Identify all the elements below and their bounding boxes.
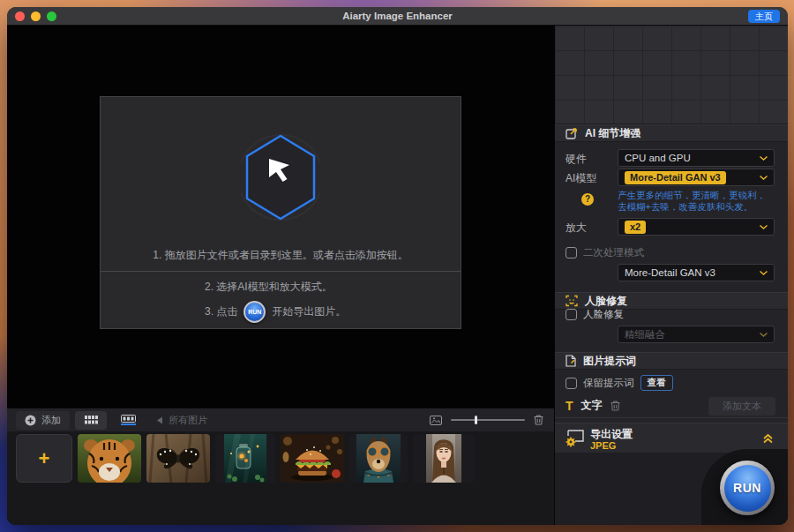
secondary-mode-checkbox[interactable]: 二次处理模式 — [566, 246, 644, 259]
add-button-label: 添加 — [41, 414, 61, 427]
checkbox-icon — [566, 309, 577, 320]
export-settings-row[interactable]: 导出设置 JPEG — [555, 423, 788, 453]
scale-value: x2 — [625, 221, 646, 234]
back-arrow-icon — [156, 416, 163, 424]
model-description-line2: 去模糊+去噪，改善皮肤和头发。 — [618, 201, 753, 213]
scale-label: 放大 — [566, 221, 587, 236]
thumbnail-size-icon — [430, 416, 442, 425]
section-title: 人脸修复 — [585, 294, 627, 309]
chevron-down-icon — [760, 333, 768, 337]
keep-prompt-label: 保留提示词 — [583, 377, 634, 390]
run-button[interactable]: RUN — [720, 461, 775, 515]
face-blend-value: 精细融合 — [625, 328, 665, 341]
run-button-face: RUN — [724, 465, 771, 512]
checkbox-icon — [566, 247, 577, 259]
window-title: Aiarty Image Enhancer — [7, 11, 788, 21]
settings-panel: AI 细节增强 硬件 CPU and GPU AI模型 More-Detail … — [554, 26, 788, 525]
ai-model-select[interactable]: More-Detail GAN v3 — [618, 169, 775, 186]
checkbox-icon — [566, 378, 577, 389]
ai-model-value: More-Detail GAN v3 — [625, 171, 726, 184]
chevron-down-icon — [760, 156, 768, 161]
face-restore-checkbox[interactable]: 人脸修复 — [566, 308, 624, 321]
thumbnail-steampunk-dog[interactable] — [349, 434, 408, 483]
step3-suffix: 开始导出图片。 — [272, 304, 346, 319]
section-ai-detail: AI 细节增强 — [555, 124, 788, 142]
plus-circle-icon — [25, 415, 36, 426]
view-prompt-button[interactable]: 查看 — [640, 375, 673, 391]
drop-zone-top: 1. 拖放图片文件或者目录到这里。或者点击添加按钮。 — [101, 97, 461, 272]
prompt-file-icon — [566, 355, 576, 367]
all-images-label: 所有图片 — [169, 414, 207, 427]
scale-select[interactable]: x2 — [618, 218, 775, 236]
thumbnail-butterfly[interactable] — [146, 434, 210, 483]
face-restore-label: 人脸修复 — [583, 308, 624, 321]
hardware-value: CPU and GPU — [625, 153, 691, 163]
face-blend-select[interactable]: 精细融合 — [618, 326, 775, 343]
add-image-tile[interactable]: + — [16, 434, 72, 483]
help-icon[interactable]: ? — [581, 193, 594, 206]
text-overlay-row: T 文字 — [566, 398, 620, 413]
chevron-down-icon — [760, 176, 768, 180]
bottom-toolbar: 添加 — [7, 408, 554, 431]
secondary-model-value: More-Detail GAN v3 — [625, 267, 715, 278]
panel-footer: RUN — [555, 453, 788, 525]
slider-knob[interactable] — [475, 416, 477, 424]
secondary-mode-label: 二次处理模式 — [583, 246, 644, 259]
home-button[interactable]: 主页 — [748, 10, 780, 23]
section-image-prompt: 图片提示词 — [555, 352, 788, 370]
thumbnail-burger[interactable] — [281, 434, 344, 483]
text-tool-icon: T — [566, 400, 573, 412]
grid-view-button[interactable] — [75, 411, 107, 430]
dropzone-step2: 2. 选择AI模型和放大模式。 — [205, 280, 333, 295]
drop-zone-bottom: 2. 选择AI模型和放大模式。 3. 点击 RUN 开始导出图片。 — [101, 272, 461, 328]
filmstrip-view-button[interactable] — [112, 411, 144, 430]
all-images-nav[interactable]: 所有图片 — [156, 414, 207, 427]
add-text-button[interactable]: 添加文本 — [708, 397, 775, 416]
drop-zone[interactable]: 1. 拖放图片文件或者目录到这里。或者点击添加按钮。 2. 选择AI模型和放大模… — [100, 96, 461, 329]
desktop-wallpaper: Aiarty Image Enhancer 主页 1. 拖 — [0, 0, 794, 532]
app-window: Aiarty Image Enhancer 主页 1. 拖 — [7, 7, 788, 525]
collapse-chevrons-icon[interactable] — [762, 432, 774, 444]
grid-view-icon — [85, 416, 98, 424]
model-description-line1: 产生更多的细节，更清晰，更锐利， — [618, 190, 766, 201]
title-bar: Aiarty Image Enhancer 主页 — [7, 7, 788, 26]
chevron-down-icon — [760, 225, 768, 229]
thumbnail-strip: + — [7, 431, 554, 525]
dropzone-step1: 1. 拖放图片文件或者目录到这里。或者点击添加按钮。 — [101, 248, 461, 263]
zoom-preview-grid — [555, 26, 788, 124]
drop-hexagon-icon — [241, 132, 320, 224]
detail-enhance-icon — [566, 127, 578, 139]
thumbnail-woman-portrait[interactable] — [413, 434, 475, 483]
export-format-value: JPEG — [590, 440, 616, 451]
run-badge-icon: RUN — [243, 301, 266, 323]
face-scan-icon — [566, 295, 578, 307]
step3-prefix: 3. 点击 — [205, 304, 237, 319]
thumbnail-size-slider[interactable] — [451, 419, 525, 421]
thumbnail-tiger[interactable] — [78, 434, 141, 483]
filmstrip-view-icon — [121, 415, 136, 425]
hardware-select[interactable]: CPU and GPU — [618, 149, 775, 167]
section-title: AI 细节增强 — [585, 126, 640, 141]
plus-icon: + — [39, 449, 50, 468]
divider — [555, 417, 788, 418]
image-canvas: 1. 拖放图片文件或者目录到这里。或者点击添加按钮。 2. 选择AI模型和放大模… — [7, 26, 554, 525]
export-settings-icon — [565, 429, 586, 448]
section-face-restore: 人脸修复 — [555, 292, 788, 310]
section-title: 图片提示词 — [583, 354, 636, 369]
thumbnail-forest-jar[interactable] — [215, 434, 275, 483]
trash-icon[interactable] — [534, 415, 543, 425]
ai-model-label: AI模型 — [566, 171, 596, 186]
trash-icon[interactable] — [610, 401, 620, 411]
keep-prompt-checkbox[interactable]: 保留提示词 查看 — [566, 375, 673, 391]
secondary-model-select[interactable]: More-Detail GAN v3 — [618, 264, 775, 281]
text-section-title: 文字 — [581, 398, 603, 413]
dropzone-step3: 3. 点击 RUN 开始导出图片。 — [205, 301, 346, 323]
chevron-down-icon — [760, 271, 768, 275]
hardware-label: 硬件 — [566, 152, 587, 167]
add-images-button[interactable]: 添加 — [16, 411, 70, 430]
